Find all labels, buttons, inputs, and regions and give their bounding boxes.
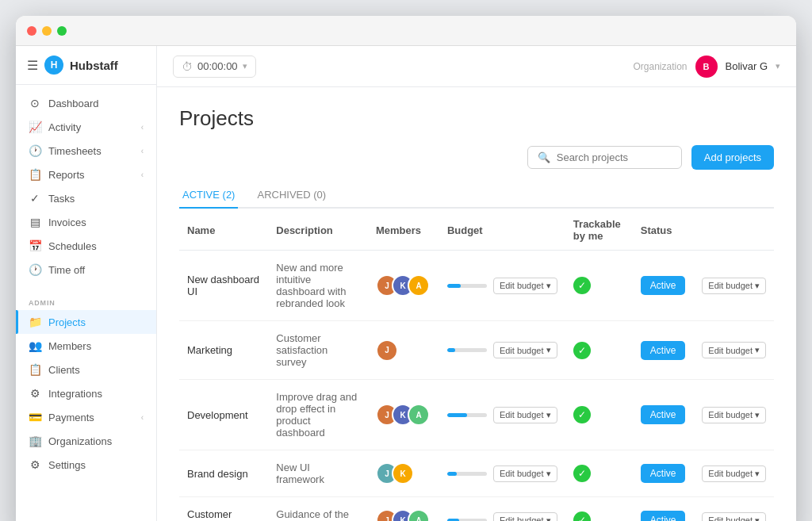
clock-icon: ⏱ — [182, 60, 193, 73]
col-header-trackable: Trackable by me — [565, 209, 633, 251]
sidebar-item-activity[interactable]: 📈 Activity ‹ — [16, 115, 156, 139]
sidebar-item-invoices[interactable]: ▤ Invoices — [16, 210, 156, 234]
hamburger-icon[interactable]: ☰ — [27, 58, 38, 73]
trackable-check-icon: ✓ — [573, 342, 591, 359]
minimize-button[interactable] — [42, 26, 52, 36]
sidebar-item-payments[interactable]: 💳 Payments ‹ — [16, 405, 156, 429]
status-active-button[interactable]: Active — [641, 405, 686, 424]
timer-display: 00:00:00 — [197, 60, 238, 72]
project-actions: Edit budget ▾ — [694, 251, 774, 321]
project-name[interactable]: Development — [179, 380, 268, 450]
project-description: Improve drag and drop effect in product … — [268, 380, 368, 450]
sidebar-item-label: Timesheets — [48, 145, 102, 157]
project-name[interactable]: Customer service — [179, 497, 268, 522]
user-name: Bolivar G — [726, 60, 768, 72]
tab-archived[interactable]: ARCHIVED (0) — [254, 182, 329, 209]
chevron-down-icon: ▾ — [546, 345, 551, 355]
project-status: Active — [633, 251, 695, 321]
table-row: Brand designNew UI frameworkJK Edit budg… — [179, 450, 774, 497]
budget-bar — [447, 519, 487, 522]
search-add-row: 🔍 Add projects — [179, 145, 774, 170]
sidebar-item-label: Tasks — [48, 193, 75, 205]
edit-budget-button[interactable]: Edit budget ▾ — [493, 512, 557, 522]
projects-icon: 📁 — [29, 316, 41, 328]
project-name[interactable]: New dashboard UI — [179, 251, 268, 321]
sidebar-item-label: Payments — [48, 412, 94, 423]
sidebar-item-clients[interactable]: 📋 Clients — [16, 358, 156, 381]
edit-budget-button[interactable]: Edit budget ▾ — [493, 407, 557, 423]
project-status: Active — [633, 450, 695, 497]
edit-budget-button[interactable]: Edit budget ▾ — [493, 278, 557, 294]
user-chevron-icon[interactable]: ▾ — [776, 61, 780, 71]
add-projects-button[interactable]: Add projects — [691, 145, 774, 170]
avatar: B — [695, 56, 718, 78]
timesheets-icon: 🕐 — [29, 144, 41, 157]
sidebar-item-label: Organizations — [48, 435, 112, 447]
project-members: JKA — [368, 251, 439, 321]
sidebar-item-label: Invoices — [48, 216, 86, 228]
budget-bar — [447, 472, 487, 476]
edit-budget-action-button[interactable]: Edit budget ▾ — [702, 512, 766, 522]
project-name[interactable]: Brand design — [179, 450, 268, 497]
sidebar-item-label: Integrations — [48, 388, 102, 400]
sidebar-item-reports[interactable]: 📋 Reports ‹ — [16, 163, 156, 186]
edit-budget-button[interactable]: Edit budget ▾ — [493, 342, 557, 358]
edit-budget-action-button[interactable]: Edit budget ▾ — [702, 407, 766, 423]
budget-bar — [447, 284, 487, 288]
edit-budget-action-button[interactable]: Edit budget ▾ — [702, 465, 766, 482]
chevron-icon: ‹ — [141, 170, 144, 179]
project-budget: Edit budget ▾ — [439, 497, 565, 522]
project-trackable: ✓ — [565, 450, 633, 497]
status-active-button[interactable]: Active — [641, 464, 686, 483]
clients-icon: 📋 — [29, 363, 41, 376]
budget-fill — [447, 284, 462, 288]
status-active-button[interactable]: Active — [641, 276, 686, 295]
sidebar-item-dashboard[interactable]: ⊙ Dashboard — [16, 91, 156, 115]
tabs-line: ACTIVE (2) ARCHIVED (0) — [179, 182, 774, 209]
integrations-icon: ⚙ — [29, 387, 41, 400]
search-box[interactable]: 🔍 — [527, 146, 682, 169]
content-area: Projects 🔍 Add projects ACTIVE (2) ARCHI… — [157, 87, 796, 521]
org-label: Organization — [633, 61, 687, 72]
chevron-icon: ‹ — [141, 123, 144, 132]
project-name[interactable]: Marketing — [179, 321, 268, 380]
sidebar-item-label: Schedules — [48, 240, 97, 252]
search-icon: 🔍 — [538, 151, 550, 163]
activity-icon: 📈 — [29, 121, 41, 133]
chevron-down-icon: ▾ — [546, 515, 551, 522]
admin-section-label: ADMIN — [16, 294, 156, 310]
close-button[interactable] — [27, 26, 36, 36]
chevron-down-icon: ▾ — [546, 281, 551, 291]
sidebar-item-projects[interactable]: 📁 Projects — [16, 310, 156, 334]
sidebar-item-settings[interactable]: ⚙ Settings — [16, 453, 156, 477]
timeoff-icon: 🕐 — [29, 263, 41, 276]
sidebar-header: ☰ H Hubstaff — [16, 46, 156, 85]
edit-budget-action-button[interactable]: Edit budget ▾ — [702, 342, 766, 358]
sidebar-item-integrations[interactable]: ⚙ Integrations — [16, 381, 156, 405]
sidebar-item-organizations[interactable]: 🏢 Organizations — [16, 429, 156, 453]
sidebar-item-timesheets[interactable]: 🕐 Timesheets ‹ — [16, 139, 156, 163]
project-description: Customer satisfaction survey — [268, 321, 368, 380]
status-active-button[interactable]: Active — [641, 511, 686, 521]
timer-widget[interactable]: ⏱ 00:00:00 ▾ — [173, 56, 256, 78]
tabs: ACTIVE (2) ARCHIVED (0) — [179, 182, 774, 207]
sidebar-item-members[interactable]: 👥 Members — [16, 334, 156, 358]
chevron-down-icon: ▾ — [755, 345, 760, 355]
tab-active[interactable]: ACTIVE (2) — [179, 182, 238, 209]
trackable-check-icon: ✓ — [573, 511, 591, 521]
edit-budget-action-button[interactable]: Edit budget ▾ — [702, 278, 766, 294]
chevron-down-icon: ▾ — [755, 410, 760, 420]
sidebar-item-schedules[interactable]: 📅 Schedules — [16, 234, 156, 258]
status-active-button[interactable]: Active — [641, 341, 686, 360]
project-trackable: ✓ — [565, 497, 633, 522]
chevron-icon: ‹ — [141, 147, 144, 155]
edit-budget-button[interactable]: Edit budget ▾ — [493, 465, 557, 482]
budget-cell: Edit budget ▾ — [447, 278, 557, 294]
search-input[interactable] — [557, 151, 672, 163]
sidebar-item-timeoff[interactable]: 🕐 Time off — [16, 258, 156, 282]
sidebar-item-label: Time off — [48, 264, 85, 276]
sidebar-item-tasks[interactable]: ✓ Tasks — [16, 186, 156, 210]
maximize-button[interactable] — [57, 26, 67, 36]
budget-bar — [447, 413, 487, 417]
budget-fill — [447, 348, 455, 352]
